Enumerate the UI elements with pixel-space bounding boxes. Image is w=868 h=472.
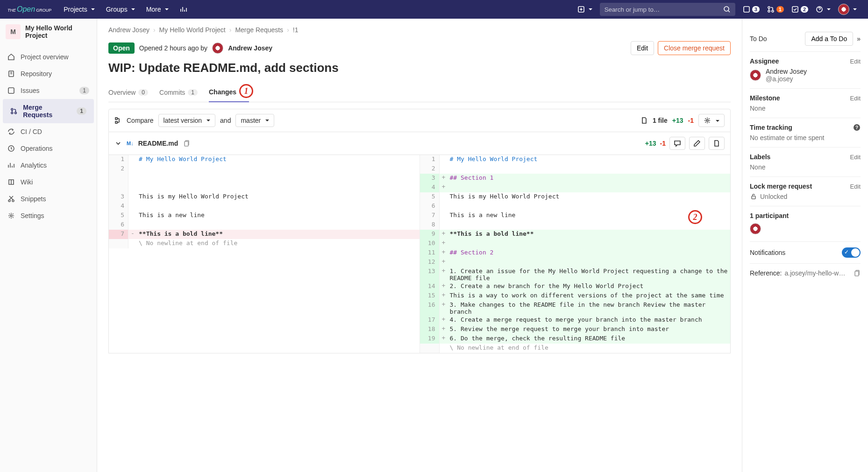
help-menu[interactable]	[812, 3, 834, 16]
file-count: 1 file	[653, 117, 668, 124]
chevron-down-icon[interactable]	[114, 140, 122, 147]
author-name[interactable]: Andrew Josey	[228, 44, 272, 52]
diff-line[interactable]: 3+## Section 1	[420, 174, 731, 183]
breadcrumb-project[interactable]: My Hello World Project	[159, 26, 226, 34]
svg-point-5	[772, 10, 774, 12]
diff-line[interactable]: \ No newline at end of file	[109, 239, 420, 248]
diff-line[interactable]: 6	[420, 202, 731, 211]
diff-line[interactable]: 10+	[420, 239, 731, 248]
assignee-edit[interactable]: Edit	[850, 58, 861, 65]
plus-menu[interactable]	[574, 3, 596, 16]
tab-commits[interactable]: Commits1	[159, 83, 198, 102]
nav-activity-icon[interactable]	[175, 3, 192, 16]
filename[interactable]: README.md	[138, 140, 178, 147]
diff-line[interactable]: 7This is a new line	[420, 211, 731, 220]
diff-line[interactable]: 7-**This is a bold line**	[109, 230, 420, 239]
edit-button[interactable]: Edit	[631, 41, 654, 55]
collapse-sidebar-icon[interactable]: »	[857, 35, 861, 42]
svg-point-1	[724, 7, 729, 11]
edit-file-button[interactable]	[689, 137, 705, 150]
diff-line[interactable]: \ No newline at end of file	[420, 344, 731, 353]
sidebar-item-operations[interactable]: Operations	[0, 140, 97, 157]
search-icon	[723, 6, 731, 13]
diff-line[interactable]: 11+## Section 2	[420, 248, 731, 258]
document-icon	[713, 140, 720, 147]
diff-line[interactable]	[109, 174, 420, 183]
lock-value: Unlocked	[760, 193, 787, 200]
view-file-button[interactable]	[709, 137, 725, 150]
diff-line[interactable]: 9+**This is a bold line**	[420, 230, 731, 239]
help-icon[interactable]: ?	[853, 124, 861, 131]
diff-line[interactable]: 15+This is a way to work on different ve…	[420, 291, 731, 301]
diff-line[interactable]: 6	[109, 220, 420, 230]
issues-shortcut[interactable]: 3	[739, 3, 763, 16]
diff-line[interactable]: 1# My Hello World Project	[109, 155, 420, 164]
diff-line[interactable]: 2	[420, 164, 731, 174]
diff-line[interactable]: 5This is my Hello World Project	[420, 192, 731, 202]
topbar: THEOpenGROUP Projects Groups More 3 1 2	[0, 0, 868, 19]
close-mr-button[interactable]: Close merge request	[658, 41, 731, 55]
logo[interactable]: THEOpenGROUP	[7, 5, 51, 14]
sidebar-item-overview[interactable]: Project overview	[0, 49, 97, 65]
diff-line[interactable]: 17+4. Create a merge request to merge yo…	[420, 316, 731, 325]
version-dropdown[interactable]: latest version	[158, 114, 215, 127]
search-input[interactable]	[605, 6, 723, 13]
and-label: and	[220, 117, 231, 124]
sidebar-item-wiki[interactable]: Wiki	[0, 174, 97, 190]
breadcrumbs: Andrew Josey› My Hello World Project› Me…	[108, 26, 731, 34]
nav-more[interactable]: More	[142, 3, 173, 16]
assignee-name[interactable]: Andrew Josey	[766, 68, 807, 75]
participant-avatar[interactable]	[750, 223, 761, 234]
nav-groups[interactable]: Groups	[101, 3, 140, 16]
sidebar-project-header[interactable]: M My Hello World Project	[0, 19, 97, 45]
diff-line[interactable]: 4	[109, 202, 420, 211]
sidebar-item-settings[interactable]: Settings	[0, 207, 97, 224]
diff-line[interactable]: 14+2. Create a new branch for the My Hel…	[420, 282, 731, 291]
diff-line[interactable]: 4+	[420, 183, 731, 192]
comment-button[interactable]	[669, 137, 685, 150]
file-additions: +13	[645, 140, 656, 147]
tab-overview[interactable]: Overview0	[108, 83, 148, 102]
copy-reference-icon[interactable]	[853, 269, 861, 277]
sidebar-item-issues[interactable]: Issues1	[0, 82, 97, 99]
diff-settings[interactable]	[698, 114, 725, 127]
file-icon	[640, 117, 648, 124]
diff-line[interactable]: 13+1. Create an issue for the My Hello W…	[420, 267, 731, 282]
project-name: My Hello World Project	[25, 24, 91, 39]
diff-line[interactable]	[109, 183, 420, 192]
user-menu[interactable]	[834, 1, 861, 18]
mr-shortcut[interactable]: 1	[763, 3, 788, 16]
breadcrumb-user[interactable]: Andrew Josey	[108, 26, 149, 34]
todo-label: To Do	[750, 35, 767, 42]
notifications-toggle[interactable]: ✓	[842, 247, 861, 258]
diff-line[interactable]: 18+5. Review the merge request to merge …	[420, 325, 731, 334]
sidebar-item-repository[interactable]: Repository	[0, 65, 97, 82]
todos-shortcut[interactable]: 2	[788, 3, 812, 16]
labels-edit[interactable]: Edit	[850, 154, 861, 161]
breadcrumb-section[interactable]: Merge Requests	[235, 26, 283, 34]
author-avatar[interactable]	[212, 42, 223, 54]
global-search[interactable]	[600, 3, 735, 16]
sidebar-item-merge-requests[interactable]: Merge Requests1	[3, 99, 94, 123]
diff-line[interactable]: 5This is a new line	[109, 211, 420, 220]
diff-line[interactable]: 19+6. Do the merge, check the resulting …	[420, 334, 731, 344]
lock-edit[interactable]: Edit	[850, 183, 861, 190]
svg-point-3	[768, 7, 770, 8]
assignee-avatar[interactable]	[750, 70, 761, 81]
diff-line[interactable]: 12+	[420, 258, 731, 267]
file-tree-icon[interactable]	[114, 117, 122, 124]
add-todo-button[interactable]: Add a To Do	[805, 32, 853, 46]
copy-path-icon[interactable]	[183, 140, 190, 147]
diff-line[interactable]: 16+3. Make changes to the README file in…	[420, 301, 731, 316]
diff-line[interactable]: 1# My Hello World Project	[420, 155, 731, 164]
diff-line[interactable]: 3This is my Hello World Project	[109, 192, 420, 202]
diff-line[interactable]: 2	[109, 164, 420, 174]
sidebar-item-snippets[interactable]: Snippets	[0, 190, 97, 207]
nav-projects[interactable]: Projects	[59, 3, 100, 16]
sidebar-item-analytics[interactable]: Analytics	[0, 157, 97, 174]
target-dropdown[interactable]: master	[235, 114, 274, 127]
milestone-edit[interactable]: Edit	[850, 95, 861, 102]
sidebar-item-cicd[interactable]: CI / CD	[0, 123, 97, 140]
main-content: Andrew Josey› My Hello World Project› Me…	[97, 19, 742, 472]
diff-line[interactable]: 8	[420, 220, 731, 230]
